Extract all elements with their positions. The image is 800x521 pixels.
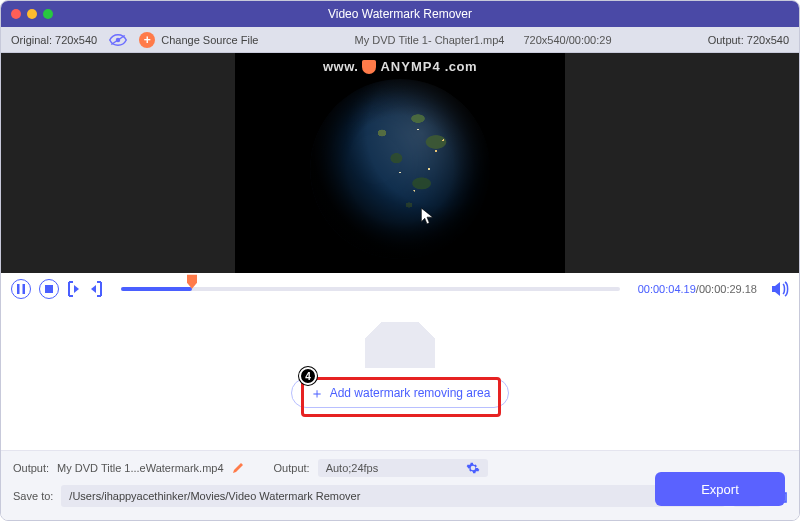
current-file-meta: 720x540/00:00:29 (523, 34, 611, 46)
save-path-field[interactable]: /Users/ihappyacethinker/Movies/Video Wat… (61, 485, 725, 507)
watermark-brand: ANYMP4 (380, 59, 440, 74)
svg-rect-2 (17, 284, 20, 294)
watermark-suffix: .com (445, 59, 477, 74)
watermark-area-panel: ＋ Add watermark removing area 4 (1, 305, 799, 425)
plus-icon: + (139, 32, 155, 48)
video-frame-earth (310, 79, 490, 259)
mark-in-button[interactable] (67, 281, 81, 297)
preview-visibility-icon[interactable] (109, 34, 127, 46)
stop-button[interactable] (39, 279, 59, 299)
current-file-name: My DVD Title 1- Chapter1.mp4 (355, 34, 505, 46)
app-window: Video Watermark Remover Original: 720x54… (0, 0, 800, 521)
output-fps-value: Auto;24fps (326, 462, 379, 474)
pause-button[interactable] (11, 279, 31, 299)
export-button-label: Export (701, 482, 739, 497)
svg-rect-4 (45, 285, 53, 293)
preview-area: www. ANYMP4 .com (1, 53, 799, 273)
save-path-value: /Users/ihappyacethinker/Movies/Video Wat… (69, 490, 360, 502)
output-fps-label: Output: (274, 462, 310, 474)
change-source-file-button[interactable]: + Change Source File (139, 32, 258, 48)
watermark-prefix: www. (323, 59, 358, 74)
annotation-step-badge: 4 (299, 367, 317, 385)
original-dimensions-label: Original: 720x540 (11, 34, 97, 46)
total-time: 00:00:29.18 (699, 283, 757, 295)
output-filename: My DVD Title 1...eWatermark.mp4 (57, 462, 223, 474)
timeline-progress (121, 287, 192, 291)
change-source-file-label: Change Source File (161, 34, 258, 46)
volume-button[interactable] (771, 281, 789, 297)
mark-out-button[interactable] (89, 281, 103, 297)
timeline-playhead[interactable] (186, 274, 198, 290)
dropzone-icon (365, 322, 435, 368)
timeline-slider[interactable] (121, 282, 620, 296)
titlebar: Video Watermark Remover (1, 1, 799, 27)
time-display: 00:00:04.19 / 00:00:29.18 (638, 283, 757, 295)
watermark-overlay: www. ANYMP4 .com (235, 59, 565, 74)
export-button[interactable]: Export (655, 472, 785, 506)
output-format-button[interactable]: Auto;24fps (318, 459, 488, 477)
video-preview[interactable]: www. ANYMP4 .com (235, 53, 565, 273)
svg-rect-3 (23, 284, 26, 294)
app-title: Video Watermark Remover (1, 7, 799, 21)
current-time: 00:00:04.19 (638, 283, 696, 295)
output-label: Output: (13, 462, 49, 474)
edit-output-name-button[interactable] (232, 462, 244, 474)
gear-icon (466, 461, 480, 475)
output-dimensions-label: Output: 720x540 (708, 34, 789, 46)
annotation-highlight (301, 377, 501, 417)
shield-icon (362, 60, 376, 74)
save-to-label: Save to: (13, 490, 53, 502)
transport-bar: 00:00:04.19 / 00:00:29.18 (1, 273, 799, 305)
info-strip: Original: 720x540 + Change Source File M… (1, 27, 799, 53)
bottom-panel: Output: My DVD Title 1...eWatermark.mp4 … (1, 450, 799, 520)
file-info: My DVD Title 1- Chapter1.mp4 720x540/00:… (268, 34, 697, 46)
